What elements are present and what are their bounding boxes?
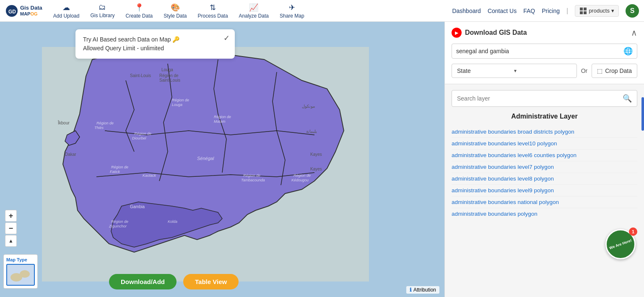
logo-icon: GD [5,4,18,18]
scroll-indicator[interactable] [641,97,644,131]
logo-text: Gis Data MAPOG [20,5,42,16]
contact-link[interactable]: Contact Us [488,8,517,14]
map-type-thumbnail[interactable] [6,264,35,286]
search-icon[interactable]: 🔍 [623,94,632,103]
we-are-here-text: We Are Here! [609,238,632,250]
state-dropdown[interactable]: State ▾ [452,64,577,78]
svg-rect-2 [580,8,583,10]
table-view-button[interactable]: Table View [183,274,239,289]
faq-link[interactable]: FAQ [523,8,535,14]
svg-text:Fatick: Fatick [110,170,120,174]
layer-search-input[interactable] [457,95,623,102]
svg-text:مونكول: مونكول [302,104,315,109]
svg-text:Région de: Région de [159,73,179,78]
we-are-here-badge[interactable]: We Are Here! 1 [605,229,636,259]
products-button[interactable]: products ▾ [575,5,619,17]
zoom-controls: + − ▲ [5,210,17,247]
header-divider: | [566,7,568,15]
style-icon: 🎨 [171,3,180,12]
nav-add-upload[interactable]: ☁ Add Upload [50,2,83,20]
gis-search-input[interactable] [456,48,623,54]
layer-item-6[interactable]: administrative boundaries national polyg… [452,196,637,208]
user-avatar[interactable]: S [626,4,639,18]
ai-banner-close[interactable]: ✓ [223,34,230,43]
upload-icon: ☁ [62,3,70,12]
svg-rect-4 [580,11,583,14]
state-caret-icon: ▾ [514,68,571,74]
nav-create-data[interactable]: 📍 Create Data [122,2,156,20]
svg-text:Thiès: Thiès [94,126,104,130]
collapse-button[interactable]: ∧ [631,28,637,38]
map-type-label: Map Type [6,257,35,262]
ai-banner-text: Try AI Based search Data on Map 🔑 Allowe… [83,35,227,53]
svg-text:Sénégal: Sénégal [197,156,214,161]
library-icon: 🗂 [99,3,106,12]
layer-item-4[interactable]: administrative boundaries level8 polygon [452,173,637,185]
svg-text:Gambia: Gambia [130,204,145,209]
svg-text:Région de: Région de [172,98,189,102]
nav-analyze-data[interactable]: 📈 Analyze Data [236,2,272,20]
layer-item-0[interactable]: administrative boundaries broad district… [452,126,637,138]
nav-style-data[interactable]: 🎨 Style Data [160,2,190,20]
svg-rect-5 [584,11,587,14]
gis-search-bar[interactable]: 🌐 [452,44,637,59]
senegal-map-svg: Région de Thiès Région de Fatick Région … [42,47,369,282]
svg-text:Région de: Région de [96,121,114,125]
svg-text:Région de: Région de [134,132,151,136]
svg-text:Kayes: Kayes [310,167,322,171]
layer-item-5[interactable]: administrative boundaries level9 polygon [452,185,637,196]
layer-item-7[interactable]: administrative boundaries polygon [452,208,637,220]
products-caret: ▾ [611,8,614,14]
nav-share-map[interactable]: ✈ Share Map [276,2,308,20]
svg-rect-3 [584,8,587,10]
layer-item-1[interactable]: administrative boundaries level10 polygo… [452,138,637,150]
svg-text:Dakar: Dakar [65,152,76,157]
nav-gis-library[interactable]: 🗂 Gis Library [87,2,118,19]
svg-text:Région de: Région de [111,220,128,224]
crop-data-button[interactable]: ⬚ Crop Data [592,64,637,78]
svg-text:Matam: Matam [214,119,226,124]
layer-list: administrative boundaries broad district… [452,126,637,220]
svg-text:Kayes: Kayes [310,152,322,157]
youtube-icon[interactable] [452,28,462,38]
svg-text:Îkbour: Îkbour [57,120,70,125]
nav-process-data[interactable]: ⇅ Process Data [195,2,231,20]
download-title: Download GIS Data [452,28,527,38]
zoom-out-button[interactable]: − [5,222,17,234]
process-icon: ⇅ [210,3,216,12]
analyze-icon: 📈 [249,3,258,12]
info-icon: ℹ [410,287,412,293]
filter-row: State ▾ Or ⬚ Crop Data [452,64,637,78]
layer-item-2[interactable]: administrative boundaries level6 countie… [452,150,637,161]
header-right: Dashboard Contact Us FAQ Pricing | produ… [452,4,639,18]
logo[interactable]: GD Gis Data MAPOG [5,4,42,18]
pin-icon: 📍 [135,3,144,12]
reset-north-button[interactable]: ▲ [5,235,17,247]
zoom-in-button[interactable]: + [5,210,17,222]
attribution[interactable]: ℹ Attribution [406,286,439,294]
svg-text:Tambacounda: Tambacounda [241,178,265,182]
map-area[interactable]: Région de Thiès Région de Fatick Région … [0,22,444,297]
download-section: Download GIS Data ∧ 🌐 State ▾ Or ⬚ Crop … [445,22,644,84]
download-header: Download GIS Data ∧ [452,28,637,38]
svg-text:Kaolack: Kaolack [143,173,156,178]
svg-text:Kolda: Kolda [168,220,177,224]
download-add-button[interactable]: Download/Add [109,274,177,289]
svg-text:Région de: Région de [293,173,311,178]
globe-icon[interactable]: 🌐 [623,46,633,56]
layer-search-bar[interactable]: 🔍 [452,90,637,107]
notification-badge: 1 [629,227,637,236]
svg-text:Diourbel: Diourbel [132,136,147,140]
layer-item-3[interactable]: administrative boundaries level7 polygon [452,161,637,173]
header: GD Gis Data MAPOG ☁ Add Upload 🗂 Gis Lib… [0,0,644,22]
dashboard-link[interactable]: Dashboard [452,8,481,14]
map-type-panel[interactable]: Map Type [3,254,38,289]
svg-text:Région de: Région de [111,165,128,169]
svg-point-39 [20,270,30,278]
or-label: Or [581,67,588,74]
svg-text:Louga: Louga [161,67,173,72]
map-thumbnail-icon [8,266,33,284]
svg-text:يليمانة: يليمانة [306,129,317,134]
pricing-link[interactable]: Pricing [542,8,560,14]
bottom-buttons: Download/Add Table View [109,274,239,289]
